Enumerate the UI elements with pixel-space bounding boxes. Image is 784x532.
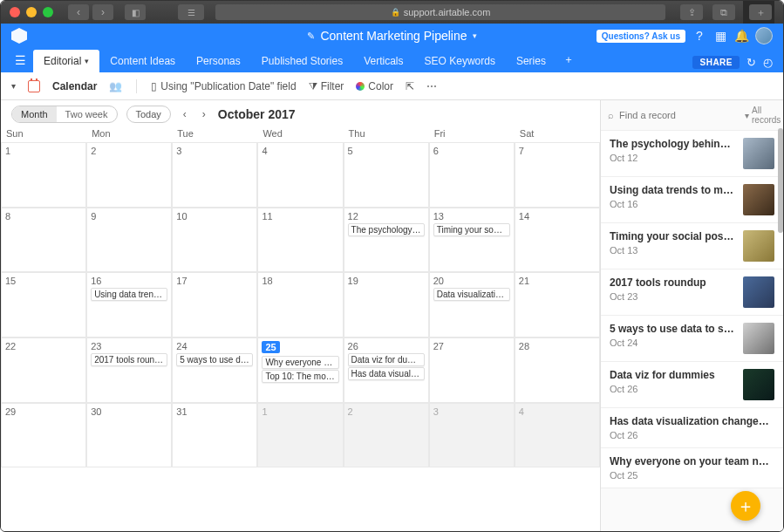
prev-period[interactable]: ‹	[180, 106, 190, 122]
calendar-cell[interactable]: 22	[1, 338, 86, 403]
all-records-filter[interactable]: ▾ All records	[745, 106, 781, 125]
tab-series[interactable]: Series	[506, 50, 556, 72]
calendar-cell[interactable]: 21	[515, 272, 600, 338]
filter-button[interactable]: ⧩ Filter	[309, 80, 344, 92]
tab-content-ideas[interactable]: Content Ideas	[99, 50, 186, 72]
calendar-cell[interactable]: 27	[429, 338, 515, 403]
record-item[interactable]: 5 ways to use data to sel...Oct 24	[601, 316, 783, 362]
window-close[interactable]	[10, 7, 20, 17]
history-icon[interactable]: ↻	[747, 56, 756, 69]
calendar-event[interactable]: Why everyone on ...	[262, 356, 338, 369]
avatar[interactable]	[755, 27, 773, 44]
notifications-icon[interactable]: 🔔	[734, 29, 748, 43]
calendar-cell[interactable]: 31	[172, 403, 257, 468]
new-tab-icon[interactable]: ＋	[749, 4, 772, 20]
ask-us-button[interactable]: Questions? Ask us	[597, 30, 685, 43]
address-bar[interactable]: 🔒 support.airtable.com	[215, 4, 665, 20]
base-name[interactable]: ✎ Content Marketing Pipeline ▾	[307, 29, 476, 43]
calendar-cell[interactable]: 2	[86, 142, 172, 208]
share-button[interactable]: SHARE	[692, 56, 740, 69]
calendar-cell[interactable]: 29	[1, 403, 86, 468]
help-icon[interactable]: ?	[692, 29, 706, 43]
base-settings-icon[interactable]: ◴	[763, 56, 773, 69]
sidebar-toggle-icon[interactable]: ◧	[125, 4, 146, 20]
calendar-cell[interactable]: 232017 tools roundup	[86, 338, 172, 403]
calendar-cell[interactable]: 11	[257, 208, 343, 273]
calendar-cell[interactable]: 13Timing your social...	[429, 208, 515, 273]
tab-verticals[interactable]: Verticals	[353, 50, 413, 72]
collaborator-icon[interactable]: 👥	[109, 80, 122, 92]
calendar-cell[interactable]: 10	[172, 208, 257, 273]
calendar-event[interactable]: Timing your social...	[433, 223, 510, 236]
calendar-cell[interactable]: 4	[515, 403, 600, 468]
window-zoom[interactable]	[43, 7, 53, 17]
calendar-cell[interactable]: 9	[86, 208, 172, 273]
calendar-cell[interactable]: 2	[344, 403, 429, 468]
more-icon[interactable]: ⋯	[426, 80, 439, 92]
record-item[interactable]: Has data visualization changed th...Oct …	[601, 408, 783, 448]
record-item[interactable]: Why everyone on your team needs...Oct 25	[601, 448, 783, 488]
blocks-icon[interactable]: ▦	[713, 29, 727, 43]
tab-published-stories[interactable]: Published Stories	[251, 50, 353, 72]
calendar-cell[interactable]: 4	[257, 142, 343, 208]
calendar-cell[interactable]: 7	[515, 142, 600, 208]
using-field[interactable]: ▯ Using "Publication Date" field	[151, 80, 296, 92]
range-month[interactable]: Month	[12, 106, 57, 122]
calendar-event[interactable]: Has data visualiza...	[348, 367, 425, 380]
calendar-cell[interactable]: 26Data viz for dummi...Has data visualiz…	[344, 338, 429, 403]
share-view-icon[interactable]: ⇱	[406, 80, 414, 92]
calendar-event[interactable]: 2017 tools roundup	[91, 353, 167, 366]
calendar-cell[interactable]: 18	[257, 272, 343, 338]
tab-editorial[interactable]: Editorial▾	[33, 50, 99, 72]
today-button[interactable]: Today	[126, 106, 171, 123]
scrollbar[interactable]	[778, 128, 783, 532]
add-table-button[interactable]: ＋	[556, 47, 581, 72]
calendar-cell[interactable]: 1	[1, 142, 86, 208]
calendar-cell[interactable]: 17	[172, 272, 257, 338]
record-item[interactable]: Data viz for dummiesOct 26	[601, 362, 783, 408]
reader-icon[interactable]: ☰	[178, 4, 204, 20]
calendar-event[interactable]: Data viz for dummi...	[348, 353, 425, 366]
share-icon[interactable]: ⇪	[680, 4, 703, 20]
calendar-event[interactable]: The psychology b...	[348, 223, 425, 236]
calendar-cell[interactable]: 8	[1, 208, 86, 273]
calendar-cell[interactable]: 12The psychology b...	[344, 208, 429, 273]
tab-seo-keywords[interactable]: SEO Keywords	[414, 50, 506, 72]
calendar-cell[interactable]: 3	[172, 142, 257, 208]
range-twoweek[interactable]: Two week	[57, 106, 117, 122]
calendar-cell[interactable]: 1	[257, 403, 343, 468]
tabs-icon[interactable]: ⧉	[712, 4, 735, 20]
window-minimize[interactable]	[26, 7, 37, 17]
airtable-logo-icon[interactable]	[11, 28, 27, 44]
search-input[interactable]	[619, 110, 740, 120]
calendar-cell[interactable]: 25Why everyone on ...Top 10: The most ..…	[257, 338, 343, 403]
calendar-cell[interactable]: 20Data visualization:...	[429, 272, 515, 338]
calendar-cell[interactable]: 5	[344, 142, 429, 208]
calendar-cell[interactable]: 28	[515, 338, 600, 403]
calendar-event[interactable]: Using data trends ...	[91, 288, 167, 301]
color-button[interactable]: Color	[356, 80, 393, 92]
menu-icon[interactable]: ☰	[8, 53, 33, 72]
calendar-event[interactable]: 5 ways to use data...	[176, 353, 253, 366]
expand-icon[interactable]: ▾	[11, 81, 16, 91]
calendar-cell[interactable]: 15	[1, 272, 86, 338]
calendar-cell[interactable]: 16Using data trends ...	[86, 272, 172, 338]
calendar-cell[interactable]: 14	[515, 208, 600, 273]
calendar-cell[interactable]: 245 ways to use data...	[172, 338, 257, 403]
tab-personas[interactable]: Personas	[186, 50, 251, 72]
nav-forward[interactable]: ›	[92, 4, 113, 20]
nav-back[interactable]: ‹	[68, 4, 89, 20]
calendar-cell[interactable]: 19	[344, 272, 429, 338]
calendar-event[interactable]: Data visualization:...	[433, 288, 510, 301]
record-item[interactable]: The psychology behind d...Oct 12	[601, 131, 783, 177]
record-item[interactable]: Timing your social posts ...Oct 13	[601, 223, 783, 269]
calendar-event[interactable]: Top 10: The most ...	[262, 370, 338, 383]
calendar-cell[interactable]: 3	[429, 403, 515, 468]
view-name[interactable]: Calendar	[52, 80, 97, 92]
next-period[interactable]: ›	[199, 106, 209, 122]
record-item[interactable]: Using data trends to man...Oct 16	[601, 177, 783, 223]
calendar-cell[interactable]: 30	[86, 403, 172, 468]
calendar-cell[interactable]: 6	[429, 142, 515, 208]
record-item[interactable]: 2017 tools roundupOct 23	[601, 269, 783, 316]
add-record-button[interactable]: ＋	[731, 491, 760, 521]
